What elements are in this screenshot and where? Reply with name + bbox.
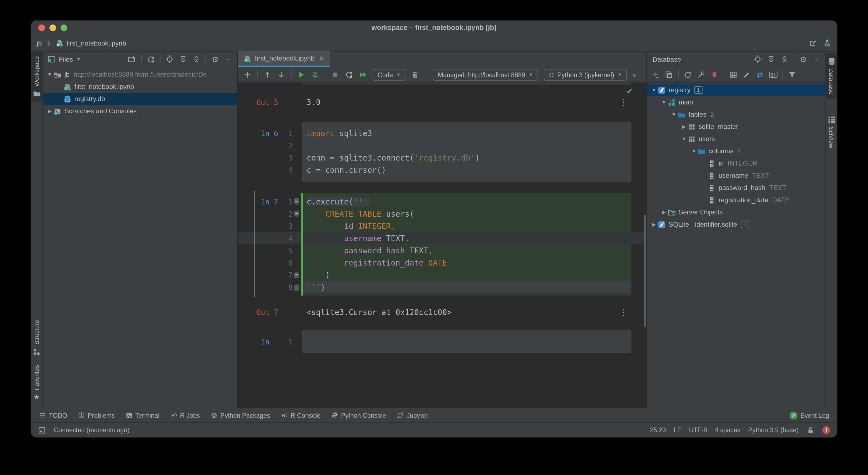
tab-first-notebook[interactable]: IP first_notebook.ipynb ✕ xyxy=(238,51,330,67)
tool-window-button-r-console[interactable]: RR Console xyxy=(281,412,320,419)
jupyter-server-dropdown[interactable]: Managed: http://localhost:8889 ▼ xyxy=(433,69,538,81)
debug-cell-button[interactable] xyxy=(311,70,319,79)
code-cell-in6[interactable]: In 61import sqlite323conn = sqlite3.conn… xyxy=(238,122,646,182)
settings-icon[interactable]: ⚙ xyxy=(211,55,219,63)
sync-icon[interactable]: ⇄ xyxy=(756,70,764,79)
pencil-icon[interactable] xyxy=(743,70,751,79)
tree-row-main[interactable]: ▼main xyxy=(647,96,825,108)
tree-row-password-hash[interactable]: password_hashTEXT xyxy=(647,182,825,194)
notebook-content[interactable]: Out 53.0⋮In 61import sqlite323conn = sql… xyxy=(238,83,646,408)
code-line[interactable]: 5 password_hash TEXT, xyxy=(238,244,646,257)
run-all-cells-button[interactable] xyxy=(359,70,367,79)
minimize-window-button[interactable] xyxy=(50,25,56,31)
tree-row-users[interactable]: ▼users xyxy=(647,133,825,145)
output-cell-out7[interactable]: Out 7<sqlite3.Cursor at 0x120cc1c00>⋮ xyxy=(238,306,646,318)
connection-status[interactable]: Connected (moments ago) xyxy=(54,427,129,433)
new-folder-icon[interactable] xyxy=(128,55,136,63)
kernel-dropdown[interactable]: Python 3 (ipykernel) ▼ xyxy=(544,69,627,81)
tool-window-button-problems[interactable]: Problems xyxy=(78,412,115,419)
maximize-window-button[interactable] xyxy=(61,25,67,31)
tool-window-button-r-jobs[interactable]: RR Jobs xyxy=(170,412,200,419)
add-cell-button[interactable] xyxy=(243,70,252,79)
copy-icon[interactable] xyxy=(665,70,673,79)
code-cell-in7[interactable]: In 71c.execute('''2 CREATE TABLE users(3… xyxy=(238,193,646,296)
code-line[interactable]: 6 registration_date DATE xyxy=(238,257,646,269)
breadcrumb-file[interactable]: first_notebook.ipynb xyxy=(66,39,126,47)
sidebar-tab-sciview[interactable]: SciView xyxy=(826,111,837,153)
status-item[interactable]: 25:23 xyxy=(650,427,666,433)
cell-menu-icon[interactable]: ⋮ xyxy=(620,308,627,317)
chevron-right-icon[interactable]: ▶ xyxy=(46,108,53,114)
chevron-right-icon[interactable]: ▶ xyxy=(680,124,687,129)
test-flask-icon[interactable] xyxy=(823,39,831,47)
tree-row-username[interactable]: usernameTEXT xyxy=(647,170,825,182)
chevron-right-icon[interactable]: ▶ xyxy=(660,209,668,215)
locate-icon[interactable] xyxy=(165,55,174,63)
expand-all-icon[interactable] xyxy=(767,55,775,63)
tree-row-jb[interactable]: ▼jbhttp://localhost:8889 from /Users/dra… xyxy=(43,68,237,81)
tool-window-button-python-console[interactable]: Python Console xyxy=(331,412,386,419)
tree-row-id[interactable]: idINTEGER xyxy=(647,157,825,170)
locate-icon[interactable] xyxy=(753,55,762,63)
code-line[interactable]: 4 username TEXT, xyxy=(238,232,646,244)
move-cell-down-button[interactable] xyxy=(277,70,285,79)
tree-row-server-objects[interactable]: ▶Server Objects xyxy=(647,206,825,218)
edit-source-icon[interactable] xyxy=(809,39,817,47)
chevron-down-icon[interactable]: ▼ xyxy=(690,148,698,154)
editor-scrollbar[interactable] xyxy=(644,215,646,327)
chevron-down-icon[interactable]: ▼ xyxy=(650,87,657,93)
output-cell-out5[interactable]: Out 53.0⋮ xyxy=(238,96,646,108)
ql-icon[interactable]: QL xyxy=(769,70,777,79)
tree-row-columns[interactable]: ▼columns4 xyxy=(647,145,825,157)
chevron-down-icon[interactable]: ▼ xyxy=(680,136,687,142)
chevron-right-icon[interactable]: ▶ xyxy=(650,222,657,227)
status-item[interactable]: 4 spaces xyxy=(715,427,740,433)
table-grid-icon[interactable] xyxy=(729,70,738,79)
restart-kernel-button[interactable] xyxy=(345,70,353,79)
tree-row-registry[interactable]: ▼registry1 xyxy=(647,84,825,96)
tree-row-registration-date[interactable]: registration_dateDATE xyxy=(647,194,825,206)
close-tab-icon[interactable]: ✕ xyxy=(319,55,324,62)
tree-row-tables[interactable]: ▼tables2 xyxy=(647,108,825,121)
refresh-plus-icon[interactable] xyxy=(147,55,155,63)
sidebar-tab-workspace[interactable]: Workspace xyxy=(31,52,42,102)
sidebar-tab-database[interactable]: Database xyxy=(826,53,837,99)
code-line[interactable]: 3 id INTEGER, xyxy=(238,220,646,232)
inspections-ok-icon[interactable]: ✔ xyxy=(626,87,632,95)
red-square-icon[interactable] xyxy=(710,70,719,79)
sidebar-tab-structure[interactable]: Structure xyxy=(31,316,42,360)
tree-row-sqlite-master[interactable]: ▶sqlite_master xyxy=(647,121,825,133)
cell-type-dropdown[interactable]: Code ▼ xyxy=(373,69,406,81)
tool-window-button-jupyter[interactable]: Jupyter xyxy=(397,412,428,419)
tree-row-sqlite-identifier-sqlite[interactable]: ▶SQLite - identifier.sqlite1 xyxy=(647,218,825,231)
tool-window-button-terminal[interactable]: Terminal xyxy=(125,412,159,419)
code-line[interactable]: 3conn = sqlite3.connect('registry.db') xyxy=(238,152,646,164)
chevron-down-icon[interactable]: ▼ xyxy=(46,72,53,77)
code-line[interactable]: 2 xyxy=(238,140,646,152)
plus-drop-icon[interactable] xyxy=(651,70,660,79)
tool-window-toggle-icon[interactable] xyxy=(38,426,46,434)
code-cell-inEmpty[interactable]: In _1 xyxy=(238,330,646,353)
filter-icon[interactable] xyxy=(788,70,796,79)
refresh-icon[interactable] xyxy=(684,70,692,79)
settings-icon[interactable]: ⚙ xyxy=(799,55,807,63)
status-item[interactable]: UTF-8 xyxy=(689,427,707,433)
breadcrumb-project[interactable]: jb xyxy=(37,39,42,47)
code-line[interactable]: In _1 xyxy=(238,335,646,348)
delete-cell-button[interactable] xyxy=(411,70,420,79)
more-actions-icon[interactable]: » xyxy=(632,71,636,79)
chevron-down-icon[interactable]: ▼ xyxy=(76,57,81,61)
tree-row-registry-db[interactable]: registry.db xyxy=(43,93,237,105)
code-line[interactable]: In 61import sqlite3 xyxy=(238,127,646,140)
wrench-icon[interactable] xyxy=(697,70,705,79)
tree-row-first-notebook-ipynb[interactable]: IPfirst_notebook.ipynb xyxy=(43,81,237,93)
breadcrumb[interactable]: jb ❯ IP first_notebook.ipynb xyxy=(37,39,126,47)
hide-icon[interactable]: − xyxy=(224,55,233,63)
expand-all-icon[interactable] xyxy=(179,55,187,63)
tree-row-scratches-and-consoles[interactable]: ▶Scratches and Consoles xyxy=(43,105,237,117)
tool-window-button-todo[interactable]: TODO xyxy=(39,412,67,419)
sidebar-tab-favorites[interactable]: Favorites ★ xyxy=(31,361,42,406)
move-cell-up-button[interactable] xyxy=(263,70,272,79)
error-notification-badge[interactable]: ! xyxy=(823,426,830,434)
hide-icon[interactable]: − xyxy=(812,55,821,63)
